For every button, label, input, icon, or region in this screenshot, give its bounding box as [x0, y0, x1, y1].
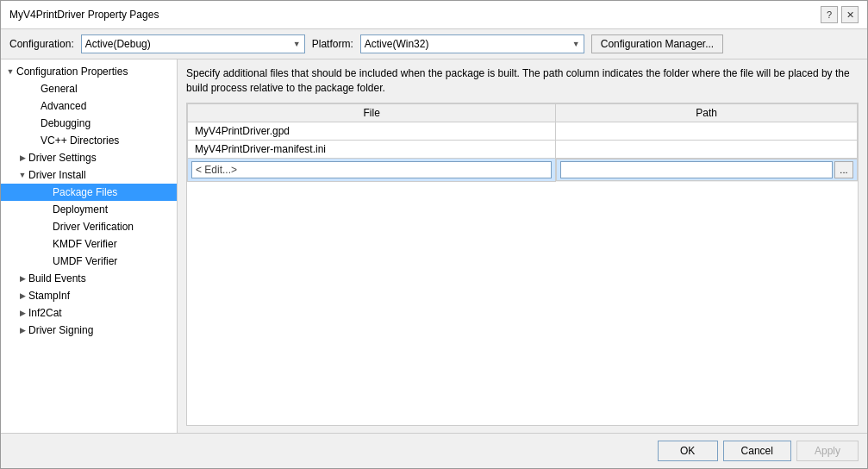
title-bar: MyV4PrintDriver Property Pages ? ✕ — [1, 1, 867, 29]
sidebar-item-label: Driver Signing — [28, 324, 93, 336]
edit-file-cell[interactable] — [188, 158, 556, 181]
window-title: MyV4PrintDriver Property Pages — [9, 9, 159, 21]
sidebar-item-configuration-properties[interactable]: ▼ Configuration Properties — [1, 63, 177, 80]
dialog-window: MyV4PrintDriver Property Pages ? ✕ Confi… — [0, 0, 868, 469]
config-dropdown-arrow: ▼ — [293, 40, 301, 48]
sidebar-item-label: Inf2Cat — [28, 307, 62, 319]
files-table-container: File Path MyV4PrintDriver.gpd MyV4PrintD… — [186, 103, 859, 426]
sidebar-item-label: Package Files — [53, 186, 117, 198]
sidebar-item-label: Advanced — [41, 100, 86, 112]
sidebar-item-kmdf-verifier[interactable]: KMDF Verifier — [1, 235, 177, 253]
sidebar-item-advanced[interactable]: Advanced — [1, 97, 177, 115]
sidebar-item-label: UMDF Verifier — [53, 255, 117, 267]
configuration-select[interactable]: Active(Debug) ▼ — [81, 34, 305, 53]
sidebar-item-inf2cat[interactable]: ▶ Inf2Cat — [1, 304, 177, 322]
col-header-file: File — [188, 103, 556, 122]
button-bar: OK Cancel Apply — [1, 433, 867, 468]
config-label: Configuration: — [9, 38, 74, 50]
sidebar-item-driver-verification[interactable]: Driver Verification — [1, 218, 177, 235]
sidebar: ▼ Configuration Properties General Advan… — [1, 59, 178, 433]
config-bar: Configuration: Active(Debug) ▼ Platform:… — [1, 29, 867, 59]
browse-button[interactable]: ... — [834, 161, 852, 178]
sidebar-item-umdf-verifier[interactable]: UMDF Verifier — [1, 253, 177, 270]
table-row[interactable]: MyV4PrintDriver-manifest.ini — [188, 140, 858, 158]
sidebar-item-label: Driver Settings — [28, 152, 97, 164]
sidebar-item-driver-signing[interactable]: ▶ Driver Signing — [1, 322, 177, 339]
sidebar-item-package-files[interactable]: Package Files — [1, 184, 177, 201]
cancel-button[interactable]: Cancel — [723, 441, 791, 461]
platform-dropdown-arrow: ▼ — [572, 40, 580, 48]
sidebar-item-label: KMDF Verifier — [53, 238, 117, 250]
description-text: Specify additional files that should be … — [186, 66, 859, 96]
edit-file-input[interactable] — [191, 161, 552, 178]
path-cell — [556, 122, 858, 140]
configuration-manager-button[interactable]: Configuration Manager... — [591, 34, 723, 53]
sidebar-item-deployment[interactable]: Deployment — [1, 201, 177, 218]
sidebar-item-driver-settings[interactable]: ▶ Driver Settings — [1, 149, 177, 166]
right-panel: Specify additional files that should be … — [178, 59, 867, 433]
main-content: ▼ Configuration Properties General Advan… — [1, 59, 867, 433]
sidebar-item-debugging[interactable]: Debugging — [1, 115, 177, 132]
sidebar-item-label: Deployment — [53, 203, 108, 216]
close-button[interactable]: ✕ — [841, 6, 859, 23]
sidebar-item-build-events[interactable]: ▶ Build Events — [1, 270, 177, 287]
file-cell: MyV4PrintDriver.gpd — [188, 122, 556, 140]
edit-path-cell[interactable]: ... — [556, 159, 857, 181]
ok-button[interactable]: OK — [658, 441, 718, 461]
sidebar-item-label: Build Events — [28, 272, 86, 285]
sidebar-item-stampinf[interactable]: ▶ StampInf — [1, 287, 177, 304]
file-cell: MyV4PrintDriver-manifest.ini — [188, 140, 556, 158]
sidebar-item-label: VC++ Directories — [41, 134, 119, 147]
title-controls: ? ✕ — [821, 6, 859, 23]
table-row[interactable]: MyV4PrintDriver.gpd — [188, 122, 858, 140]
expand-icon: ▼ — [4, 67, 16, 76]
edit-row[interactable]: ... — [188, 158, 858, 181]
sidebar-item-driver-install[interactable]: ▼ Driver Install — [1, 166, 177, 184]
platform-label: Platform: — [312, 38, 353, 50]
col-header-path: Path — [556, 103, 858, 122]
platform-select[interactable]: Active(Win32) ▼ — [360, 34, 584, 53]
sidebar-item-label: General — [41, 83, 78, 95]
sidebar-item-label: Configuration Properties — [16, 66, 128, 78]
sidebar-item-general[interactable]: General — [1, 80, 177, 97]
path-cell — [556, 140, 858, 158]
apply-button[interactable]: Apply — [796, 441, 859, 461]
sidebar-item-label: Driver Verification — [53, 221, 134, 233]
files-table: File Path MyV4PrintDriver.gpd MyV4PrintD… — [187, 103, 858, 182]
sidebar-item-vc-directories[interactable]: VC++ Directories — [1, 132, 177, 149]
sidebar-item-label: Driver Install — [28, 169, 86, 181]
sidebar-item-label: Debugging — [41, 117, 91, 129]
sidebar-item-label: StampInf — [28, 290, 70, 302]
help-button[interactable]: ? — [821, 6, 838, 23]
edit-path-input[interactable] — [560, 161, 833, 178]
